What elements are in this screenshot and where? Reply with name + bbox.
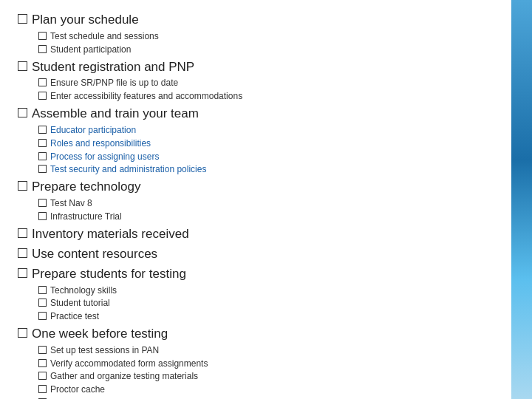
sub-checkbox[interactable] (38, 346, 47, 354)
sub-checkbox[interactable] (38, 165, 47, 173)
sub-label: Gather and organize testing materials (50, 370, 198, 383)
sub-checkbox[interactable] (38, 45, 47, 53)
sub-item: Technology skills (38, 284, 494, 297)
page: Plan your scheduleTest schedule and sess… (0, 0, 532, 399)
sub-item: Infrastructure Trial (38, 211, 494, 223)
sub-item: Gather and organize testing materials (38, 370, 494, 383)
checkbox-prepare-technology[interactable] (18, 181, 27, 191)
sub-item: Test security and administration policie… (38, 163, 494, 176)
checkbox-plan-schedule[interactable] (18, 14, 27, 24)
sub-label: Technology skills (50, 284, 117, 297)
sub-checkbox[interactable] (38, 299, 47, 307)
sub-label: Enter accessibility features and accommo… (50, 90, 242, 103)
sub-checkbox[interactable] (38, 312, 47, 320)
checkbox-student-registration[interactable] (18, 61, 27, 71)
subitems-prepare-technology: Test Nav 8Infrastructure Trial (38, 197, 494, 223)
main-item-prepare-technology: Prepare technology (18, 179, 494, 196)
section-one-week: One week before testingSet up test sessi… (18, 326, 494, 399)
sub-label: Proctor cache (50, 383, 105, 396)
main-label-assemble-train: Assemble and train your team (32, 106, 199, 123)
subitems-one-week: Set up test sessions in PANVerify accomm… (38, 344, 494, 399)
main-item-assemble-train: Assemble and train your team (18, 106, 494, 123)
sub-label: Educator participation (50, 124, 136, 137)
sub-checkbox[interactable] (38, 92, 47, 100)
main-label-inventory-materials: Inventory materials received (32, 226, 189, 243)
sub-label: Practice test (50, 310, 99, 323)
sub-item: Set up test sessions in PAN (38, 344, 494, 357)
sub-checkbox[interactable] (38, 385, 47, 393)
checkbox-one-week[interactable] (18, 328, 27, 338)
subitems-plan-schedule: Test schedule and sessionsStudent partic… (38, 30, 494, 56)
decorative-bar (511, 0, 532, 399)
checkbox-use-content[interactable] (18, 248, 27, 258)
sub-checkbox[interactable] (38, 78, 47, 86)
sub-checkbox[interactable] (38, 126, 47, 134)
sub-label: Test Nav 8 (50, 197, 92, 210)
sub-checkbox[interactable] (38, 139, 47, 147)
main-item-inventory-materials: Inventory materials received (18, 226, 494, 243)
checkbox-assemble-train[interactable] (18, 108, 27, 117)
sub-label: Student tutorial (50, 297, 110, 310)
sub-label: Process for assigning users (50, 151, 159, 163)
sub-item: Test Nav 8 (38, 197, 494, 210)
sub-item: Verify accommodated form assignments (38, 358, 494, 370)
sub-label: Student participation (50, 44, 131, 56)
section-prepare-technology: Prepare technologyTest Nav 8Infrastructu… (18, 179, 494, 223)
main-label-student-registration: Student registration and PNP (32, 59, 194, 76)
sub-item: Enter accessibility features and accommo… (38, 90, 494, 103)
sub-label: Test security and administration policie… (50, 163, 206, 176)
sub-item: Ensure SR/PNP file is up to date (38, 77, 494, 89)
sub-label: Set up test sessions in PAN (50, 344, 159, 357)
content-area: Plan your scheduleTest schedule and sess… (15, 12, 517, 399)
sub-item: Roles and responsibilities (38, 137, 494, 150)
main-label-prepare-technology: Prepare technology (32, 179, 140, 196)
sub-checkbox[interactable] (38, 286, 47, 294)
sub-label: Ensure SR/PNP file is up to date (50, 77, 178, 89)
section-student-registration: Student registration and PNPEnsure SR/PN… (18, 59, 494, 103)
main-item-prepare-students: Prepare students for testing (18, 266, 494, 283)
sub-checkbox[interactable] (38, 372, 47, 380)
sub-item: Test schedule and sessions (38, 30, 494, 43)
sub-checkbox[interactable] (38, 212, 47, 220)
section-use-content: Use content resources (18, 246, 494, 263)
sub-item: Educator participation (38, 124, 494, 137)
checkbox-inventory-materials[interactable] (18, 228, 27, 238)
main-label-plan-schedule: Plan your schedule (32, 12, 139, 29)
main-item-plan-schedule: Plan your schedule (18, 12, 494, 29)
checkbox-prepare-students[interactable] (18, 268, 27, 278)
sub-item: Student tutorial (38, 297, 494, 310)
main-label-one-week: One week before testing (32, 326, 168, 343)
sub-label: Verify accommodated form assignments (50, 358, 208, 370)
sub-item: Proctor cache (38, 383, 494, 396)
sub-checkbox[interactable] (38, 359, 47, 367)
sub-checkbox[interactable] (38, 152, 47, 160)
sub-item: Student participation (38, 44, 494, 56)
main-label-use-content: Use content resources (32, 246, 157, 263)
sub-checkbox[interactable] (38, 199, 47, 207)
main-item-one-week: One week before testing (18, 326, 494, 343)
section-assemble-train: Assemble and train your teamEducator par… (18, 106, 494, 176)
section-prepare-students: Prepare students for testingTechnology s… (18, 266, 494, 323)
subitems-prepare-students: Technology skillsStudent tutorialPractic… (38, 284, 494, 323)
main-label-prepare-students: Prepare students for testing (32, 266, 186, 283)
main-item-student-registration: Student registration and PNP (18, 59, 494, 76)
sub-label: Infrastructure Trial (50, 211, 122, 223)
section-inventory-materials: Inventory materials received (18, 226, 494, 243)
sub-item: Process for assigning users (38, 151, 494, 163)
subitems-student-registration: Ensure SR/PNP file is up to dateEnter ac… (38, 77, 494, 103)
section-plan-schedule: Plan your scheduleTest schedule and sess… (18, 12, 494, 56)
sub-label: Test schedule and sessions (50, 30, 159, 43)
subitems-assemble-train: Educator participationRoles and responsi… (38, 124, 494, 176)
main-item-use-content: Use content resources (18, 246, 494, 263)
sub-checkbox[interactable] (38, 32, 47, 40)
sub-item: Practice test (38, 310, 494, 323)
sub-label: Roles and responsibilities (50, 137, 151, 150)
